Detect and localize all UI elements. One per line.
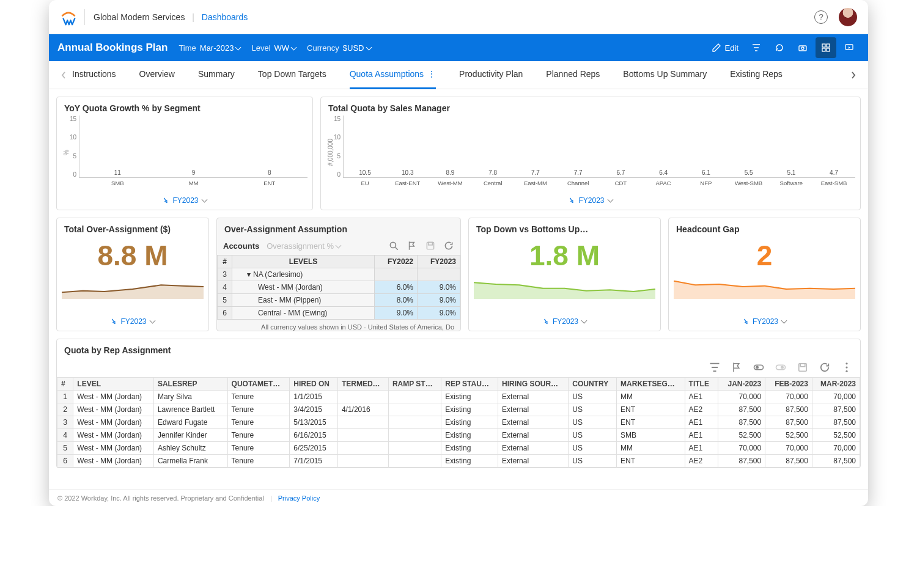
more-icon	[841, 361, 853, 373]
pin-icon	[568, 196, 576, 205]
bar-west-mm[interactable]: 8.9West-MM	[429, 169, 472, 177]
refresh-button[interactable]	[769, 37, 790, 58]
tab-existing-reps[interactable]: Existing Reps	[730, 61, 783, 89]
filter-button[interactable]	[746, 37, 767, 58]
bar-value: 10.3	[402, 169, 413, 176]
tab-instructions[interactable]: Instructions	[72, 61, 116, 89]
card-title: Total Quota by Sales Manager	[321, 97, 860, 116]
selector-level-value[interactable]: WW	[274, 43, 296, 53]
card-title: YoY Quota Growth % by Segment	[57, 97, 312, 116]
bar-label: Channel	[567, 180, 589, 186]
camera-icon	[798, 43, 808, 53]
tab-scroll-left[interactable]	[55, 71, 72, 79]
table-row[interactable]: 2West - MM (Jordan)Lawrence BartlettTenu…	[57, 403, 860, 416]
table-row[interactable]: 5East - MM (Pippen)8.0%9.0%	[218, 294, 460, 307]
selector-time-value[interactable]: Mar-2023	[200, 43, 241, 53]
chevron-down-icon	[236, 43, 240, 53]
table-row[interactable]: 3West - MM (Jordan)Edward FugateTenure5/…	[57, 416, 860, 429]
svg-rect-3	[827, 44, 830, 47]
tab-overview[interactable]: Overview	[139, 61, 175, 89]
kpi-value: 2	[674, 237, 855, 274]
markup-button[interactable]	[407, 240, 418, 251]
svg-rect-9	[429, 242, 433, 245]
card-period-selector[interactable]: FY2023	[469, 312, 660, 331]
filter-button[interactable]	[709, 361, 721, 373]
table-row[interactable]: 5West - MM (Jordan)Ashley SchultzTenure6…	[57, 442, 860, 455]
bar-apac[interactable]: 6.4APAC	[642, 169, 685, 177]
bar-software[interactable]: 5.1Software	[770, 169, 812, 177]
pin-icon	[110, 317, 119, 326]
svg-point-18	[845, 370, 847, 372]
card-period-selector[interactable]: FY2023	[57, 191, 312, 210]
filter-icon	[709, 361, 721, 373]
tab-scroll-right[interactable]	[845, 71, 862, 79]
chevron-down-icon	[367, 43, 371, 53]
selector-currency: Currency $USD	[307, 43, 370, 53]
reload-button[interactable]	[443, 240, 454, 251]
svg-point-16	[845, 362, 847, 364]
bar-eu[interactable]: 10.5EU	[344, 169, 386, 177]
table-row[interactable]: 3▾NA (Carlesimo)	[218, 268, 460, 281]
y-axis-label: %	[62, 150, 70, 155]
bar-channel[interactable]: 7.7Channel	[557, 169, 600, 177]
bar-label: West-SMB	[735, 180, 762, 186]
privacy-link[interactable]: Privacy Policy	[278, 494, 320, 502]
tab-summary[interactable]: Summary	[198, 61, 235, 89]
tab-productivity-plan[interactable]: Productivity Plan	[459, 61, 523, 89]
bar-value: 5.1	[787, 169, 795, 176]
more-button[interactable]	[841, 361, 853, 373]
bar-east-smb[interactable]: 4.7East-SMB	[812, 169, 855, 177]
bar-cdt[interactable]: 6.7CDT	[600, 169, 643, 177]
card-headcount-gap: Headcount Gap 2 FY2023	[668, 218, 861, 331]
present-button[interactable]	[839, 37, 860, 58]
markup-button[interactable]	[731, 361, 743, 373]
svg-rect-0	[799, 46, 806, 51]
toggle-icon	[753, 361, 765, 373]
table-row[interactable]: 6West - MM (Jordan)Carmella FrankTenure7…	[57, 455, 860, 468]
tab-top-down-targets[interactable]: Top Down Targets	[258, 61, 326, 89]
table-row[interactable]: 4West - MM (Jordan)6.0%9.0%	[218, 281, 460, 294]
save-button[interactable]	[425, 240, 436, 251]
bar-east-mm[interactable]: 7.7East-MM	[514, 169, 557, 177]
bar-west-smb[interactable]: 5.5West-SMB	[727, 169, 770, 177]
overassignment-ghost: Overassignment %	[267, 241, 340, 251]
tab-bottoms-up-summary[interactable]: Bottoms Up Summary	[623, 61, 707, 89]
toggle-button[interactable]	[753, 361, 765, 373]
currency-footnote: All currency values shown in USD - Unite…	[217, 320, 460, 331]
bar-label: East-SMB	[821, 180, 847, 186]
tab-more-icon[interactable]: ⋮	[427, 69, 436, 79]
avatar[interactable]	[839, 8, 857, 26]
card-period-selector[interactable]: FY2023	[669, 312, 860, 331]
tab-planned-reps[interactable]: Planned Reps	[546, 61, 600, 89]
tab-quota-assumptions[interactable]: Quota Assumptions⋮	[350, 61, 436, 89]
bar-label: ENT	[263, 180, 275, 186]
table-row[interactable]: 6Central - MM (Ewing)9.0%9.0%	[218, 307, 460, 320]
card-period-selector[interactable]: FY2023	[57, 312, 208, 331]
table-row[interactable]: 1West - MM (Jordan)Mary SilvaTenure1/1/2…	[57, 391, 860, 403]
svg-point-17	[845, 366, 847, 368]
bar-east-ent[interactable]: 10.3East-ENT	[386, 169, 429, 177]
save-button[interactable]	[797, 361, 809, 373]
bar-mm[interactable]: 9MM	[155, 169, 231, 177]
card-topdown-bottomsup: Top Down vs Bottoms Up… 1.8 M FY2023	[468, 218, 661, 331]
grid-view-button[interactable]	[816, 37, 836, 58]
selector-currency-value[interactable]: $USD	[343, 43, 371, 53]
snapshot-button[interactable]	[792, 37, 813, 58]
bar-ent[interactable]: 8ENT	[232, 169, 308, 177]
quota-rep-table[interactable]: #LEVELSALESREPQUOTAMET…HIRED ONTERMED…RA…	[57, 377, 860, 468]
breadcrumb-dashboards-link[interactable]: Dashboards	[202, 12, 248, 22]
help-icon[interactable]: ?	[814, 10, 828, 24]
bar-smb[interactable]: 11SMB	[79, 169, 155, 177]
bar-label: NFP	[700, 180, 712, 186]
over-assignment-table[interactable]: #LEVELSFY2022FY20233▾NA (Carlesimo)4West…	[217, 255, 460, 320]
card-period-selector[interactable]: FY2023	[321, 191, 860, 210]
search-button[interactable]	[388, 240, 399, 251]
bar-value: 6.1	[702, 169, 710, 176]
table-row[interactable]: 4West - MM (Jordan)Jennifer KinderTenure…	[57, 429, 860, 442]
chevron-down-icon	[582, 317, 586, 326]
bar-central[interactable]: 7.8Central	[471, 169, 514, 177]
reload-button[interactable]	[819, 361, 831, 373]
bar-nfp[interactable]: 6.1NFP	[685, 169, 727, 177]
edit-button[interactable]: Edit	[707, 43, 743, 53]
sort-button[interactable]	[775, 361, 787, 373]
